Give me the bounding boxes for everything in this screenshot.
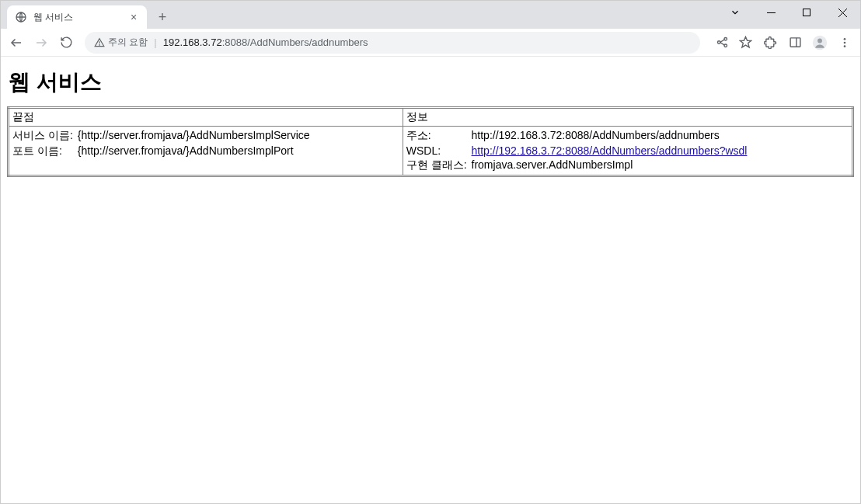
browser-tab[interactable]: 웹 서비스 × xyxy=(7,5,147,29)
header-info: 정보 xyxy=(403,108,852,127)
warning-icon xyxy=(94,37,105,48)
security-indicator[interactable]: 주의 요함 xyxy=(94,36,148,49)
side-panel-icon[interactable] xyxy=(784,32,806,54)
new-tab-button[interactable]: + xyxy=(152,6,173,28)
endpoint-cell: 서비스 이름: {http://server.fromjava/}AddNumb… xyxy=(9,127,403,176)
table-row: 서비스 이름: {http://server.fromjava/}AddNumb… xyxy=(9,127,853,176)
separator: | xyxy=(154,36,156,48)
profile-icon[interactable] xyxy=(809,32,831,54)
minimize-button[interactable] xyxy=(753,1,789,24)
svg-rect-13 xyxy=(790,38,800,47)
svg-point-8 xyxy=(99,44,100,45)
svg-point-9 xyxy=(717,41,720,44)
chevron-down-icon[interactable] xyxy=(717,1,753,24)
bookmark-icon[interactable] xyxy=(734,32,756,54)
port-name-label: 포트 이름: xyxy=(12,144,78,159)
wsdl-label: WSDL: xyxy=(406,144,472,158)
share-icon[interactable] xyxy=(711,32,733,54)
port-name-value: {http://server.fromjava/}AddNumbersImplP… xyxy=(78,144,315,159)
menu-icon[interactable] xyxy=(834,32,856,54)
close-button[interactable] xyxy=(824,1,860,24)
window-controls xyxy=(717,1,860,24)
address-bar[interactable]: 주의 요함 | 192.168.3.72:8088/AddNumbers/add… xyxy=(85,32,700,54)
forward-button[interactable] xyxy=(30,32,52,54)
svg-marker-12 xyxy=(740,36,751,47)
webservice-table: 끝점 정보 서비스 이름: {http://server.fromjava/}A… xyxy=(7,106,854,177)
maximize-button[interactable] xyxy=(789,1,824,24)
security-label: 주의 요함 xyxy=(108,36,148,49)
globe-icon xyxy=(15,11,27,23)
tab-close-icon[interactable]: × xyxy=(128,12,139,23)
table-header-row: 끝점 정보 xyxy=(9,108,853,127)
svg-point-17 xyxy=(844,38,846,40)
svg-point-16 xyxy=(817,38,822,43)
page-title: 웹 서비스 xyxy=(9,68,854,97)
svg-point-10 xyxy=(723,37,727,40)
tab-title: 웹 서비스 xyxy=(33,11,122,24)
header-endpoint: 끝점 xyxy=(9,108,403,127)
page-content: 웹 서비스 끝점 정보 서비스 이름: {http://server.fromj… xyxy=(1,57,860,183)
reload-button[interactable] xyxy=(55,32,77,54)
browser-toolbar: 주의 요함 | 192.168.3.72:8088/AddNumbers/add… xyxy=(1,29,860,57)
address-label: 주소: xyxy=(406,128,472,144)
info-cell: 주소: http://192.168.3.72:8088/AddNumbers/… xyxy=(403,127,852,176)
impl-class-value: fromjava.server.AddNumbersImpl xyxy=(472,158,752,173)
back-button[interactable] xyxy=(5,32,27,54)
svg-point-19 xyxy=(844,45,846,47)
service-name-label: 서비스 이름: xyxy=(12,128,78,144)
impl-class-label: 구현 클래스: xyxy=(406,158,472,173)
browser-titlebar: 웹 서비스 × + xyxy=(1,1,860,29)
url-text: 192.168.3.72:8088/AddNumbers/addnumbers xyxy=(163,36,368,48)
svg-point-11 xyxy=(723,44,727,47)
service-name-value: {http://server.fromjava/}AddNumbersImplS… xyxy=(78,128,315,144)
extensions-icon[interactable] xyxy=(759,32,781,54)
svg-rect-2 xyxy=(803,9,810,16)
svg-point-18 xyxy=(844,41,846,43)
wsdl-link[interactable]: http://192.168.3.72:8088/AddNumbers/addn… xyxy=(472,144,748,157)
address-value: http://192.168.3.72:8088/AddNumbers/addn… xyxy=(472,128,752,144)
